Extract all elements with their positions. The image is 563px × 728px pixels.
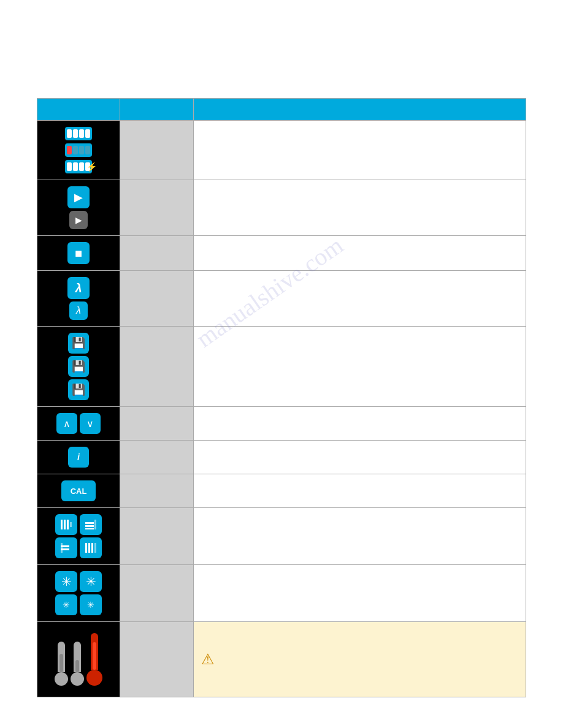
- table-row: [37, 508, 526, 565]
- stop-icon-cell: ■: [37, 236, 120, 271]
- main-table: ⚡ ▶: [37, 98, 526, 697]
- temperature-desc-cell: ⚠: [194, 622, 526, 697]
- col-header-1: [37, 99, 120, 121]
- info-group: i: [42, 447, 115, 468]
- channel-group: [42, 514, 115, 558]
- stop-group: ■: [42, 242, 115, 264]
- table-row: ∧ ∨: [37, 407, 526, 441]
- stop-icon[interactable]: ■: [67, 242, 90, 264]
- table-row: ■: [37, 236, 526, 271]
- brightness-group: ✳ ✳ ✳ ✳: [42, 571, 115, 615]
- warning-icon: ⚠: [201, 651, 215, 667]
- cal-desc-cell: [194, 474, 526, 508]
- channel-icon-2[interactable]: [80, 514, 102, 535]
- svg-rect-10: [61, 543, 63, 553]
- table-row: i: [37, 441, 526, 474]
- nav-up-down-group: ∧ ∨: [56, 413, 101, 434]
- table-row: CAL: [37, 474, 526, 508]
- brightness-low-icon-1[interactable]: ✳: [55, 594, 77, 615]
- nav-group: ∧ ∨: [42, 413, 115, 434]
- info-icon[interactable]: i: [68, 447, 89, 468]
- brightness-low-icon-2[interactable]: ✳: [80, 594, 102, 615]
- svg-rect-6: [85, 528, 94, 529]
- channel-mid-cell: [120, 508, 194, 565]
- table-row: λ λ: [37, 271, 526, 327]
- info-icon-cell: i: [37, 441, 120, 474]
- nav-up-icon[interactable]: ∧: [56, 413, 77, 434]
- channel-desc-cell: [194, 508, 526, 565]
- nav-mid-cell: [120, 407, 194, 441]
- channel-icon-1[interactable]: [55, 514, 77, 535]
- thermo-grey-2: [71, 642, 84, 686]
- cal-group: CAL: [42, 480, 115, 501]
- channel-icon-4[interactable]: [80, 537, 102, 558]
- info-mid-cell: [120, 441, 194, 474]
- thermometer-group: [42, 628, 115, 691]
- thermo-grey-1: [55, 642, 68, 686]
- battery-full-icon: [65, 127, 92, 140]
- svg-rect-1: [64, 520, 66, 529]
- save-icon-1[interactable]: 💾: [68, 333, 89, 354]
- lambda-group: λ λ: [42, 277, 115, 320]
- play-large-icon[interactable]: ▶: [67, 186, 90, 208]
- col-header-2: [120, 99, 194, 121]
- battery-charging-icon: ⚡: [65, 160, 92, 173]
- save-group: 💾 💾 💾: [42, 333, 115, 400]
- battery-icon-cell: ⚡: [37, 121, 120, 180]
- temperature-icon-cell: [37, 622, 120, 697]
- save-desc-cell: [194, 327, 526, 407]
- battery-partial-icon: [65, 143, 92, 157]
- play-desc-cell: [194, 180, 526, 236]
- svg-rect-13: [91, 543, 93, 553]
- svg-rect-4: [85, 522, 94, 524]
- table-row: ⚠: [37, 622, 526, 697]
- brightness-mid-cell: [120, 565, 194, 622]
- cal-button[interactable]: CAL: [61, 480, 96, 501]
- play-mid-cell: [120, 180, 194, 236]
- table-row: 💾 💾 💾: [37, 327, 526, 407]
- play-icon-cell: ▶ ▶: [37, 180, 120, 236]
- channel-icon-3[interactable]: [55, 537, 77, 558]
- stop-mid-cell: [120, 236, 194, 271]
- svg-rect-5: [85, 525, 94, 527]
- lambda-icon-cell: λ λ: [37, 271, 120, 327]
- stop-desc-cell: [194, 236, 526, 271]
- svg-rect-12: [88, 543, 90, 553]
- battery-mid-cell: [120, 121, 194, 180]
- nav-icon-cell: ∧ ∨: [37, 407, 120, 441]
- info-desc-cell: [194, 441, 526, 474]
- play-group: ▶ ▶: [42, 186, 115, 229]
- svg-rect-7: [94, 520, 96, 529]
- svg-rect-14: [94, 543, 96, 553]
- svg-rect-11: [85, 543, 87, 553]
- lambda-mid-cell: [120, 271, 194, 327]
- save-icon-3[interactable]: 💾: [68, 379, 89, 400]
- brightness-desc-cell: [194, 565, 526, 622]
- table-row: ⚡: [37, 121, 526, 180]
- channel-icon-cell: [37, 508, 120, 565]
- lambda-small-icon[interactable]: λ: [69, 301, 88, 320]
- lambda-desc-cell: [194, 271, 526, 327]
- nav-down-icon[interactable]: ∨: [80, 413, 101, 434]
- lambda-large-icon[interactable]: λ: [67, 277, 90, 299]
- brightness-icon-cell: ✳ ✳ ✳ ✳: [37, 565, 120, 622]
- cal-mid-cell: [120, 474, 194, 508]
- thermo-red: [86, 633, 102, 686]
- save-icon-2[interactable]: 💾: [68, 356, 89, 377]
- svg-rect-2: [67, 520, 69, 529]
- cal-icon-cell: CAL: [37, 474, 120, 508]
- table-row: ▶ ▶: [37, 180, 526, 236]
- col-header-3: [194, 99, 526, 121]
- nav-desc-cell: [194, 407, 526, 441]
- brightness-high-icon-1[interactable]: ✳: [55, 571, 77, 592]
- play-small-icon[interactable]: ▶: [69, 211, 88, 229]
- table-row: ✳ ✳ ✳ ✳: [37, 565, 526, 622]
- temperature-mid-cell: [120, 622, 194, 697]
- brightness-high-icon-2[interactable]: ✳: [80, 571, 102, 592]
- svg-rect-0: [61, 520, 63, 529]
- svg-rect-3: [70, 522, 72, 527]
- save-mid-cell: [120, 327, 194, 407]
- battery-desc-cell: [194, 121, 526, 180]
- battery-group: ⚡: [42, 127, 115, 173]
- save-icon-cell: 💾 💾 💾: [37, 327, 120, 407]
